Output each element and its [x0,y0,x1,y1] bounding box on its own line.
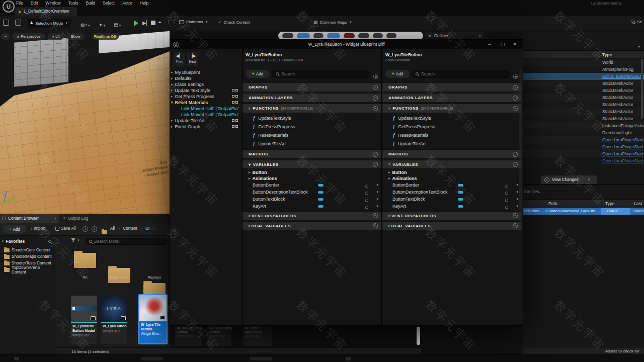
variable-group-animations[interactable]: ▸Animations [382,176,521,181]
section-local-variables[interactable]: LOCAL VARIABLES+ [382,221,521,230]
menu-actor[interactable]: Actor [122,1,132,6]
search-box[interactable] [272,70,370,78]
add-dispatcher-icon[interactable]: + [373,213,378,218]
cb-search-box[interactable] [86,238,167,245]
add-actor-button[interactable]: ◍+▼ [80,20,91,29]
common-maps-dropdown[interactable]: ▦ Common Maps ▼ [313,20,352,25]
add-function-icon[interactable]: + [513,106,518,111]
add-macro-icon[interactable]: + [513,152,518,157]
skip-button[interactable]: ▶▏ [142,20,150,26]
selection-mode-dropdown[interactable]: Selection Mode ▼ [28,19,70,28]
section-variables[interactable]: ▾VARIABLES+ [382,160,521,169]
outliner-type-header[interactable]: Type [602,52,612,57]
favorites-header[interactable]: ▾ Favorites [0,238,55,245]
bell-icon[interactable] [365,206,368,209]
variable-item[interactable]: ButtonBorder▾ [382,183,521,188]
section-functions[interactable]: ▾FUNCTIONS(54 OVERRIDABLE)+ [382,104,521,113]
chevron-down-icon[interactable]: ▾ [638,44,640,49]
add-variable-icon[interactable]: + [373,162,378,167]
cb-search-input[interactable] [94,239,164,244]
toolbar-pill[interactable] [373,33,383,38]
content-browser-tab[interactable]: Content Browser × [0,214,59,223]
source-control-icon[interactable] [15,20,21,26]
variable-item[interactable]: ButtonDescriptionTextBlock▾ [243,190,381,195]
chevron-down-icon[interactable]: ▾ [376,183,378,187]
changes-row[interactable]: ileButton /Game/UI/Menu/W_LyraTile UMGE … [523,208,644,215]
cinematics-button[interactable]: ▤▼ [114,20,121,29]
search-input[interactable] [421,71,506,76]
check-content-button[interactable]: ✓ Check Content [218,20,250,25]
chevron-down-icon[interactable]: ▾ [516,204,518,208]
toolbar-pill[interactable] [358,33,369,38]
settings-dropdown[interactable]: Se [631,20,642,24]
sidebar-item-topdownarena[interactable]: TopDownArena Content [0,266,55,273]
add-local-variable-icon[interactable]: + [373,223,378,228]
function-item[interactable]: ƒResetMaterials [243,132,381,138]
next-button[interactable]: ▕▶ Next [187,52,198,66]
breadcrumb-ui[interactable]: UI [145,226,149,231]
outliner-row[interactable]: Open LyraPlayerStart [523,136,644,143]
outliner-row[interactable]: StaticMeshActor [523,80,644,87]
save-icon[interactable] [3,20,9,26]
toolbar-pill[interactable] [327,33,340,38]
menu-file[interactable]: File [16,1,23,6]
chevron-down-icon[interactable]: ▾ [516,183,518,187]
viewport-menu-button[interactable]: ≡ [1,33,10,40]
menu-window[interactable]: Window [45,1,60,6]
gear-icon[interactable] [373,74,378,79]
folder-art[interactable] [74,253,96,268]
tree-item-get-press-progress[interactable]: ▸Get Press Progress [171,94,214,99]
tree-item-class-settings[interactable]: ▸Class Settings [171,82,204,87]
add-button[interactable]: + Add [385,70,410,78]
add-button[interactable]: + Add [246,70,270,78]
maximize-icon[interactable]: ▢ [498,42,508,47]
variable-item[interactable]: ButtonTextBlock▾ [243,197,381,202]
outliner-row[interactable]: Open LyraPlayerStart [523,143,644,150]
section-event-dispatchers[interactable]: EVENT DISPATCHERS+ [382,211,521,220]
cb-import-button[interactable]: ↓ Import [30,226,45,231]
output-log-tab[interactable]: ≡ Output Log [60,214,107,223]
chevron-down-icon[interactable]: ▾ [376,204,378,208]
content-drawer-icon[interactable] [14,357,19,360]
sidebar-item-shootermaps[interactable]: ShooterMaps Content [0,253,55,260]
bell-icon[interactable] [505,206,508,209]
add-graph-icon[interactable]: + [373,85,378,90]
revision-control-icon[interactable] [346,357,351,360]
tree-item-update-text-style[interactable]: ▸Update Text Style [171,88,210,93]
bell-icon[interactable] [365,192,368,195]
add-variable-icon[interactable]: + [513,162,518,167]
chevron-down-icon[interactable]: ▾ [376,190,378,194]
tree-item-event-graph[interactable]: ▸Event Graph [171,124,200,129]
add-anim-icon[interactable]: + [373,96,378,101]
variable-item[interactable]: KeyArt▾ [382,204,521,209]
section-animation-layers[interactable]: ANIMATION LAYERS+ [382,93,521,103]
chevron-down-icon[interactable]: ▾ [376,197,378,201]
cmd-icon[interactable] [250,357,272,360]
outliner-row[interactable]: InstancedFoliageActor [523,122,644,129]
variable-group-button[interactable]: ▸Button [243,170,381,175]
prev-button[interactable]: ◀▏ Prev [174,52,185,66]
realtime-off-badge[interactable]: Realtime Off [92,33,119,40]
add-dispatcher-icon[interactable]: + [513,213,518,218]
outliner-row[interactable]: Open LyraPlayerStart [523,157,644,164]
asset-card-selected[interactable]: W_Lyra TileButton Widget Blue... ✓ [138,294,168,344]
variable-item[interactable]: ButtonBorder▾ [243,183,381,188]
outliner-tab[interactable]: ≣ Outliner × [425,32,484,40]
close-icon[interactable]: × [54,216,57,221]
variable-item[interactable]: ButtonTextBlock▾ [382,197,521,202]
bell-icon[interactable] [365,199,368,202]
menu-tools[interactable]: Tools [68,1,78,6]
cb-scrollbar[interactable] [417,327,420,345]
tree-item-my-blueprint[interactable]: ▸My Blueprint [171,70,200,75]
cb-save-all-button[interactable]: Save All [55,226,76,231]
toolbar-pill[interactable] [344,33,355,38]
tree-subitem-link-moved[interactable]: Link Moved 'self' ['OutputPin' [181,106,238,111]
function-item[interactable]: ƒUpdateTileArt [243,141,381,146]
section-graphs[interactable]: GRAPHS+ [243,82,381,92]
outliner-row[interactable]: Open LyraPlayerStart [523,150,644,157]
outliner-row[interactable]: StaticMeshActor [523,87,644,94]
platforms-dropdown[interactable]: Platforms ▼ [179,20,208,24]
function-item[interactable]: ƒUpdateTileArt [382,141,521,146]
viewport[interactable]: Con - Editor Prefere - Project Setti y ≡… [0,31,170,214]
search-input[interactable] [281,71,366,76]
